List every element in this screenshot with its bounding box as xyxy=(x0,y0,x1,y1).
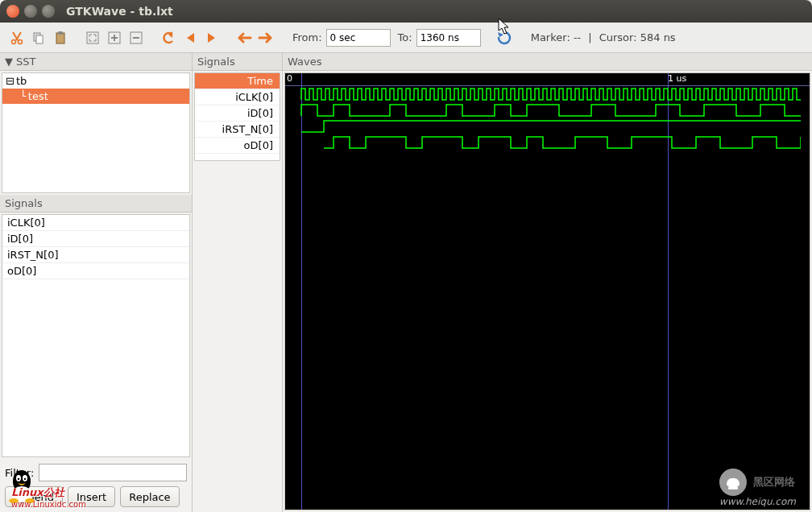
main-area: ▼ SST ⊟ tb└ test Signals iCLK[0]iD[0]iRS… xyxy=(0,53,812,512)
wave-row xyxy=(285,102,810,118)
signal-list-item[interactable]: iRST_N[0] xyxy=(2,247,189,263)
zoom-out-icon[interactable] xyxy=(127,29,145,47)
tree-label: tb xyxy=(16,75,27,87)
signal-list-item[interactable]: oD[0] xyxy=(2,263,189,279)
to-input[interactable] xyxy=(416,29,481,47)
signal-list-item[interactable]: iCLK[0] xyxy=(2,215,189,231)
selected-signal-item[interactable]: Time xyxy=(195,73,280,89)
waveform-display[interactable]: 01 us xyxy=(284,72,810,510)
selected-signal-item[interactable]: iCLK[0] xyxy=(195,89,280,105)
wave-row xyxy=(285,134,810,151)
copy-icon[interactable] xyxy=(30,29,48,47)
wave-row xyxy=(285,118,810,134)
to-label: To: xyxy=(398,31,412,43)
tree-node[interactable]: └ test xyxy=(2,89,189,104)
window-titlebar: GTKWave - tb.lxt xyxy=(0,0,812,23)
signals-list[interactable]: iCLK[0]iD[0]iRST_N[0]oD[0] xyxy=(2,214,190,457)
cut-icon[interactable] xyxy=(8,29,26,47)
filter-buttons: Append Insert Replace xyxy=(0,486,192,512)
from-label: From: xyxy=(292,31,322,43)
paste-icon[interactable] xyxy=(52,29,69,47)
arrow-right-icon[interactable] xyxy=(257,29,275,47)
insert-button[interactable]: Insert xyxy=(68,486,115,507)
undo-icon[interactable] xyxy=(160,29,177,47)
signals-mid-header: Signals xyxy=(193,53,282,71)
tree-expander-icon: └ xyxy=(20,90,27,102)
cursor-label: Cursor: 584 ns xyxy=(599,31,676,43)
waves-title: Waves xyxy=(288,56,321,68)
replace-button[interactable]: Replace xyxy=(120,486,179,507)
selected-signal-item[interactable]: iD[0] xyxy=(195,105,280,122)
waves-header: Waves xyxy=(283,53,812,71)
svg-rect-6 xyxy=(87,32,98,43)
filter-bar: Filter: xyxy=(0,459,192,486)
seek-start-icon[interactable] xyxy=(181,29,199,47)
tree-expander-icon: ⊟ xyxy=(6,75,14,87)
window-title: GTKWave - tb.lxt xyxy=(66,5,173,18)
svg-point-1 xyxy=(19,39,23,43)
zoom-in-icon[interactable] xyxy=(106,29,123,47)
wave-row xyxy=(285,86,810,102)
wave-ruler: 01 us xyxy=(285,73,810,86)
sst-title: SST xyxy=(16,56,35,68)
marker-label: Marker: -- xyxy=(531,31,582,43)
filter-input[interactable] xyxy=(39,464,187,481)
left-column: ▼ SST ⊟ tb└ test Signals iCLK[0]iD[0]iRS… xyxy=(0,53,193,512)
tree-label: test xyxy=(28,90,48,102)
append-button[interactable]: Append xyxy=(5,486,63,507)
collapse-triangle-icon: ▼ xyxy=(5,56,13,68)
selected-signal-item[interactable]: oD[0] xyxy=(195,138,280,154)
sst-panel-header[interactable]: ▼ SST xyxy=(0,53,192,71)
signals-mid-title: Signals xyxy=(197,56,235,68)
filter-label: Filter: xyxy=(5,467,34,479)
svg-rect-3 xyxy=(36,35,43,43)
main-toolbar: From: To: Marker: -- | Cursor: 584 ns xyxy=(0,23,812,53)
arrow-left-icon[interactable] xyxy=(235,29,253,47)
middle-column: Signals TimeiCLK[0]iD[0]iRST_N[0]oD[0] xyxy=(193,53,283,512)
zoom-fit-icon[interactable] xyxy=(84,29,102,47)
window-maximize-button[interactable] xyxy=(42,5,55,18)
wave-column: Waves 01 us xyxy=(283,53,812,512)
divider: | xyxy=(588,31,591,43)
selected-signals[interactable]: TimeiCLK[0]iD[0]iRST_N[0]oD[0] xyxy=(194,72,280,161)
signals-left-header: Signals xyxy=(0,195,192,213)
tree-node[interactable]: ⊟ tb xyxy=(2,73,189,89)
window-close-button[interactable] xyxy=(6,5,19,18)
selected-signal-item[interactable]: iRST_N[0] xyxy=(195,122,280,138)
signals-left-title: Signals xyxy=(5,197,43,209)
svg-point-0 xyxy=(12,39,16,43)
from-input[interactable] xyxy=(326,29,391,47)
sst-tree[interactable]: ⊟ tb└ test xyxy=(2,72,190,193)
reload-icon[interactable] xyxy=(495,29,513,47)
signal-list-item[interactable]: iD[0] xyxy=(2,231,189,247)
svg-rect-5 xyxy=(58,31,63,35)
window-minimize-button[interactable] xyxy=(24,5,37,18)
seek-end-icon[interactable] xyxy=(203,29,221,47)
